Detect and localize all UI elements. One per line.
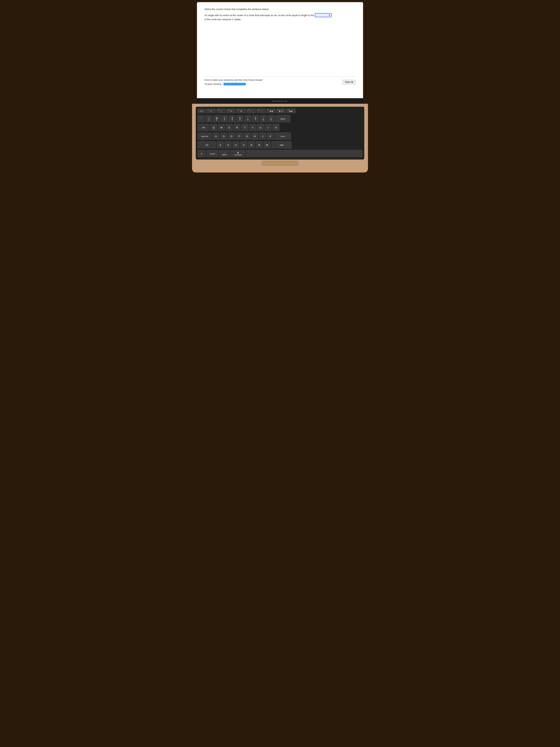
all-parts-label: All parts showing <box>205 83 221 85</box>
key-8[interactable]: *8 <box>260 115 267 123</box>
key-delete[interactable]: delete <box>275 115 290 123</box>
key-q[interactable]: Q <box>210 124 217 132</box>
key-y[interactable]: Y <box>249 124 256 132</box>
key-fn[interactable]: fn <box>197 150 206 158</box>
key-u[interactable]: U <box>257 124 264 132</box>
fn-key-row: esc F1☀ F2☼ F3⊟ F4⊞ F5⋯ F6⋯ F7◀◀ F8▶⏸ F9… <box>197 108 363 114</box>
key-i[interactable]: I <box>265 124 272 132</box>
all-parts-row: All parts showing <box>205 83 339 85</box>
key-x[interactable]: X <box>224 141 232 149</box>
key-w[interactable]: W <box>218 124 225 132</box>
key-o[interactable]: O <box>272 124 279 132</box>
key-m[interactable]: M <box>264 141 271 149</box>
key-h[interactable]: H <box>251 132 258 140</box>
footer-bar: Click to select your answer(s) and then … <box>205 76 355 85</box>
key-k[interactable]: K <box>267 132 274 140</box>
key-f[interactable]: F <box>236 132 243 140</box>
click-instruction: Click to select your answer(s) and then … <box>205 79 339 81</box>
key-enter[interactable]: return <box>275 132 291 140</box>
key-5[interactable]: %5 <box>237 115 243 123</box>
answer-dropdown[interactable]: ▼ <box>315 13 331 17</box>
key-f9[interactable]: F9▶▶ <box>287 108 296 114</box>
key-e[interactable]: E <box>226 124 233 132</box>
key-f6[interactable]: F6⋯ <box>257 108 266 114</box>
qwerty-key-row: tab Q W E R T Y U I O <box>197 124 363 132</box>
key-f5[interactable]: F5⋯ <box>246 108 256 114</box>
key-r[interactable]: R <box>234 124 241 132</box>
key-shift-right[interactable]: shift <box>271 141 292 149</box>
progress-bar <box>223 83 246 85</box>
dropdown-value <box>316 14 321 17</box>
key-d[interactable]: D <box>228 132 235 140</box>
dropdown-arrow-icon: ▼ <box>328 14 330 16</box>
key-c[interactable]: C <box>233 141 239 149</box>
key-a[interactable]: A <box>212 132 219 140</box>
key-shift-left[interactable]: shift <box>197 141 216 149</box>
key-esc[interactable]: esc <box>197 108 206 114</box>
key-space[interactable] <box>246 150 363 158</box>
key-f8[interactable]: F8▶⏸ <box>276 108 286 114</box>
macbook-label-bar: MacBook Air <box>197 98 363 104</box>
key-9[interactable]: (9 <box>268 115 275 123</box>
key-z[interactable]: Z <box>217 141 224 149</box>
answer-area <box>205 24 355 76</box>
key-2[interactable]: @2 <box>213 115 220 123</box>
key-capslock[interactable]: caps lock <box>197 132 212 140</box>
keyboard: esc F1☀ F2☼ F3⊟ F4⊞ F5⋯ F6⋯ F7◀◀ F8▶⏸ F9… <box>196 107 364 159</box>
bottom-key-row: fn control ↑ option ⌘ command <box>197 150 363 158</box>
clear-all-button[interactable]: Clear All <box>342 80 355 84</box>
key-v[interactable]: V <box>240 141 247 149</box>
macbook-label: MacBook Air <box>272 100 288 102</box>
key-t[interactable]: T <box>241 124 248 132</box>
key-6[interactable]: ^6 <box>244 115 251 123</box>
zxcv-key-row: shift Z X C V B N M shift <box>197 141 363 149</box>
key-s[interactable]: S <box>220 132 227 140</box>
key-f2[interactable]: F2☼ <box>216 108 226 114</box>
key-f1[interactable]: F1☀ <box>207 108 216 114</box>
key-f7[interactable]: F7◀◀ <box>266 108 276 114</box>
key-tab[interactable]: tab <box>197 124 209 132</box>
key-control[interactable]: control <box>207 150 218 158</box>
key-f4[interactable]: F4⊞ <box>237 108 246 114</box>
key-j[interactable]: J <box>259 132 266 140</box>
key-3[interactable]: #3 <box>221 115 228 123</box>
key-g[interactable]: G <box>243 132 250 140</box>
number-key-row: ~` !1 @2 #3 $4 %5 ^6 &7 <box>197 115 363 123</box>
key-4[interactable]: $4 <box>229 115 236 123</box>
question-line: An angle with its vertex at the center o… <box>205 13 355 21</box>
touchpad-area <box>196 159 364 167</box>
key-1[interactable]: !1 <box>205 115 212 123</box>
key-n[interactable]: N <box>256 141 263 149</box>
touchpad[interactable] <box>262 161 298 166</box>
key-command[interactable]: ⌘ command <box>231 150 245 158</box>
keyboard-container: esc F1☀ F2☼ F3⊟ F4⊞ F5⋯ F6⋯ F7◀◀ F8▶⏸ F9… <box>192 104 368 173</box>
key-backtick[interactable]: ~` <box>197 115 205 123</box>
key-7[interactable]: &7 <box>252 115 259 123</box>
asdf-key-row: caps lock A S D F G H J K return <box>197 132 363 140</box>
question-suffix: of the circle has measure 1 radian. <box>205 18 241 21</box>
key-option[interactable]: ↑ option <box>219 150 230 158</box>
laptop-screen: Select the correct choice that completes… <box>197 2 363 98</box>
key-b[interactable]: B <box>248 141 255 149</box>
instruction-text: Select the correct choice that completes… <box>205 8 355 10</box>
question-prefix: An angle with its vertex at the center o… <box>205 14 314 17</box>
key-f3[interactable]: F3⊟ <box>226 108 236 114</box>
